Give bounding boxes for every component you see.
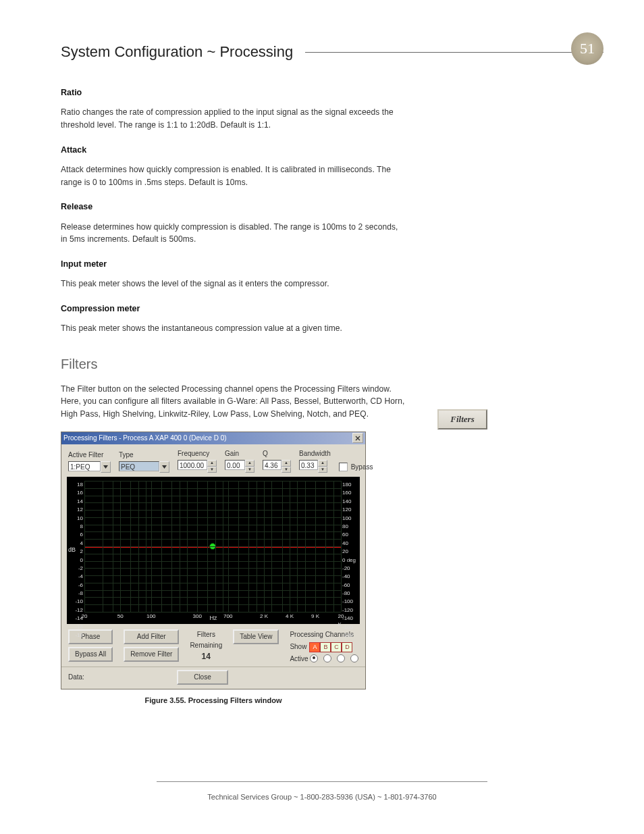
filters-remaining-value: 14 [202,652,211,661]
graph-right-ticks: 180160140120100806040200 deg-20-40-60-80… [342,481,357,612]
graph-x-ticks: 20501003007002 K4 K9 K20 K [84,613,341,619]
heading-input-meter: Input meter [61,258,405,271]
show-label: Show [290,642,306,652]
page-number: 51 [580,37,595,60]
table-view-button[interactable]: Table View [233,629,279,644]
label-type: Type [119,450,169,461]
filters-button[interactable]: Filters [437,409,487,429]
gain-stepper[interactable]: 0.00 ▲▼ [225,460,254,473]
active-radio-d[interactable] [350,654,358,662]
active-filter-dropdown[interactable]: 1:PEQ [68,461,111,473]
active-filter-value: 1:PEQ [68,461,101,471]
chevron-down-icon [101,461,111,473]
para-ratio: Ratio changes the rate of compression ap… [61,106,405,131]
q-value: 4.36 [263,460,281,470]
add-filter-button[interactable]: Add Filter [124,629,179,644]
gain-value: 0.00 [225,460,245,470]
type-dropdown[interactable]: PEQ [119,461,169,473]
data-label: Data: [68,672,84,683]
para-compression-meter: This peak meter shows the instantaneous … [61,322,405,335]
heading-compression-meter: Compression meter [61,303,405,315]
window-status-bar: Data: Close [61,667,365,689]
bandwidth-value: 0.33 [299,460,318,470]
filter-graph[interactable]: dB Hz 181614121086420-2-4-6-8-10-12-14-1… [67,477,360,624]
label-active-filter: Active Filter [68,450,111,461]
active-label: Active [290,654,308,664]
para-filters: The Filter button on the selected Proces… [61,383,405,421]
arrow-up-icon: ▲ [245,460,254,467]
body-column: Ratio Ratio changes the rate of compress… [61,86,405,706]
bandwidth-stepper[interactable]: 0.33 ▲▼ [299,460,331,473]
arrow-down-icon: ▼ [207,467,217,473]
para-release: Release determines how quickly compressi… [61,221,405,246]
filters-remaining: Filters Remaining 14 [190,629,222,663]
heading-ratio: Ratio [61,86,405,99]
figure-caption: Figure 3.55. Processing Filters window [61,695,366,706]
window-titlebar: Processing Filters - Process A XAP 400 0… [61,432,365,444]
label-bandwidth: Bandwidth [299,448,331,459]
graph-left-ticks: 181614121086420-2-4-6-8-10-12-14-16-18 [72,481,83,612]
label-bypass: Bypass [351,462,373,473]
filters-window: Processing Filters - Process A XAP 400 0… [61,432,366,690]
filters-remaining-label: Filters Remaining [190,629,222,650]
window-title: Processing Filters - Process A XAP 400 0… [63,433,227,444]
window-bottom-controls: Phase Bypass All Add Filter Remove Filte… [61,625,365,667]
channel-tabs[interactable]: ABCD [309,642,352,652]
page-footer: Technical Services Group ~ 1-800-283-593… [0,781,644,803]
bypass-all-button[interactable]: Bypass All [68,647,113,662]
footer-text: Technical Services Group ~ 1-800-283-593… [207,793,436,801]
page-number-medallion: 51 [571,32,603,65]
close-button[interactable]: Close [177,670,228,685]
type-value: PEQ [119,461,159,471]
graph-canvas [84,481,341,612]
label-gain: Gain [225,448,254,459]
page-header: System Configuration ~ Processing [61,41,603,63]
arrow-down-icon: ▼ [318,467,327,473]
arrow-up-icon: ▲ [281,460,291,467]
active-radio-b[interactable] [323,654,331,662]
active-radio-a[interactable] [310,654,318,662]
remove-filter-button[interactable]: Remove Filter [124,647,179,662]
header-rule [305,52,603,53]
frequency-value: 1000.00 [178,460,207,470]
heading-filters: Filters [61,354,405,375]
heading-attack: Attack [61,144,405,157]
active-radio-c[interactable] [337,654,345,662]
page-title: System Configuration ~ Processing [61,41,293,63]
label-frequency: Frequency [178,448,217,459]
arrow-down-icon: ▼ [281,467,291,473]
filters-button-label: Filters [450,413,474,426]
arrow-down-icon: ▼ [245,467,254,473]
chevron-down-icon [159,461,169,473]
arrow-up-icon: ▲ [207,460,217,467]
frequency-stepper[interactable]: 1000.00 ▲▼ [178,460,217,473]
window-top-controls: Active Filter 1:PEQ Type PEQ [61,444,365,476]
q-stepper[interactable]: 4.36 ▲▼ [263,460,291,473]
bypass-checkbox[interactable] [339,463,348,471]
para-input-meter: This peak meter shows the level of the s… [61,278,405,290]
arrow-up-icon: ▲ [318,460,327,467]
footer-rule [157,781,487,782]
para-attack: Attack determines how quickly compressio… [61,163,405,188]
figure: Processing Filters - Process A XAP 400 0… [61,432,366,707]
heading-release: Release [61,201,405,213]
close-icon[interactable] [352,433,363,443]
label-q: Q [263,448,291,459]
